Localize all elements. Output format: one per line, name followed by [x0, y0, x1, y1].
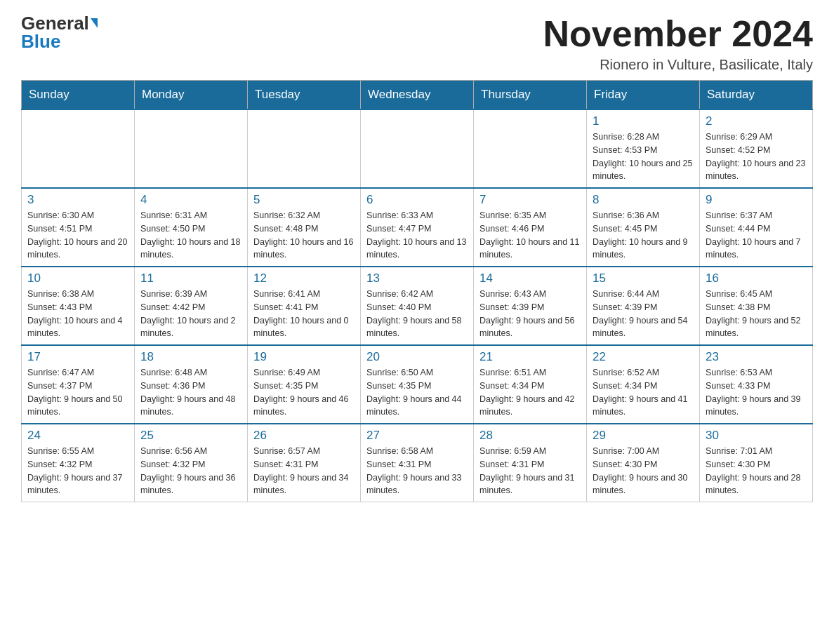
- day-number: 17: [27, 350, 128, 364]
- calendar-cell: 30Sunrise: 7:01 AM Sunset: 4:30 PM Dayli…: [700, 424, 813, 502]
- day-number: 28: [479, 429, 581, 443]
- day-info: Sunrise: 6:36 AM Sunset: 4:45 PM Dayligh…: [593, 209, 694, 262]
- calendar-cell: 6Sunrise: 6:33 AM Sunset: 4:47 PM Daylig…: [361, 188, 474, 267]
- day-number: 20: [366, 350, 468, 364]
- logo-triangle-icon: [91, 18, 98, 28]
- day-number: 14: [479, 271, 581, 286]
- day-number: 24: [27, 429, 128, 443]
- calendar-cell: 11Sunrise: 6:39 AM Sunset: 4:42 PM Dayli…: [135, 267, 248, 345]
- day-info: Sunrise: 6:59 AM Sunset: 4:31 PM Dayligh…: [479, 445, 581, 497]
- day-of-week-header: Saturday: [700, 81, 813, 110]
- calendar-cell: 19Sunrise: 6:49 AM Sunset: 4:35 PM Dayli…: [248, 345, 361, 424]
- calendar-cell: 22Sunrise: 6:52 AM Sunset: 4:34 PM Dayli…: [587, 345, 700, 424]
- day-info: Sunrise: 7:00 AM Sunset: 4:30 PM Dayligh…: [593, 445, 694, 497]
- calendar-cell: 21Sunrise: 6:51 AM Sunset: 4:34 PM Dayli…: [474, 345, 587, 424]
- day-number: 30: [706, 429, 807, 443]
- day-number: 11: [140, 271, 241, 286]
- day-of-week-header: Sunday: [22, 81, 135, 110]
- logo: General Blue: [21, 14, 98, 51]
- calendar-cell: [474, 109, 587, 188]
- month-title: November 2024: [543, 14, 813, 54]
- day-number: 18: [140, 350, 241, 364]
- day-info: Sunrise: 6:57 AM Sunset: 4:31 PM Dayligh…: [253, 445, 355, 497]
- day-info: Sunrise: 6:39 AM Sunset: 4:42 PM Dayligh…: [140, 288, 241, 340]
- day-info: Sunrise: 6:52 AM Sunset: 4:34 PM Dayligh…: [593, 366, 694, 419]
- calendar-cell: 5Sunrise: 6:32 AM Sunset: 4:48 PM Daylig…: [248, 188, 361, 267]
- calendar-cell: 26Sunrise: 6:57 AM Sunset: 4:31 PM Dayli…: [248, 424, 361, 502]
- day-info: Sunrise: 6:31 AM Sunset: 4:50 PM Dayligh…: [140, 209, 241, 262]
- calendar-cell: 29Sunrise: 7:00 AM Sunset: 4:30 PM Dayli…: [587, 424, 700, 502]
- calendar-week-row: 24Sunrise: 6:55 AM Sunset: 4:32 PM Dayli…: [22, 424, 813, 502]
- day-of-week-header: Tuesday: [248, 81, 361, 110]
- day-info: Sunrise: 6:35 AM Sunset: 4:46 PM Dayligh…: [479, 209, 581, 262]
- calendar-cell: 27Sunrise: 6:58 AM Sunset: 4:31 PM Dayli…: [361, 424, 474, 502]
- calendar-cell: 3Sunrise: 6:30 AM Sunset: 4:51 PM Daylig…: [22, 188, 135, 267]
- day-number: 27: [366, 429, 468, 443]
- day-info: Sunrise: 6:32 AM Sunset: 4:48 PM Dayligh…: [253, 209, 355, 262]
- day-number: 16: [706, 271, 807, 286]
- calendar-cell: 12Sunrise: 6:41 AM Sunset: 4:41 PM Dayli…: [248, 267, 361, 345]
- day-of-week-header: Friday: [587, 81, 700, 110]
- calendar-cell: 18Sunrise: 6:48 AM Sunset: 4:36 PM Dayli…: [135, 345, 248, 424]
- calendar-cell: 10Sunrise: 6:38 AM Sunset: 4:43 PM Dayli…: [22, 267, 135, 345]
- calendar-header-row: SundayMondayTuesdayWednesdayThursdayFrid…: [22, 81, 813, 110]
- day-number: 29: [593, 429, 694, 443]
- calendar-cell: 24Sunrise: 6:55 AM Sunset: 4:32 PM Dayli…: [22, 424, 135, 502]
- day-number: 21: [479, 350, 581, 364]
- day-info: Sunrise: 6:44 AM Sunset: 4:39 PM Dayligh…: [593, 288, 694, 340]
- day-info: Sunrise: 6:41 AM Sunset: 4:41 PM Dayligh…: [253, 288, 355, 340]
- day-of-week-header: Wednesday: [361, 81, 474, 110]
- logo-blue-text: Blue: [21, 32, 60, 51]
- day-info: Sunrise: 6:56 AM Sunset: 4:32 PM Dayligh…: [140, 445, 241, 497]
- day-info: Sunrise: 6:33 AM Sunset: 4:47 PM Dayligh…: [366, 209, 468, 262]
- day-info: Sunrise: 6:30 AM Sunset: 4:51 PM Dayligh…: [27, 209, 128, 262]
- calendar-cell: 9Sunrise: 6:37 AM Sunset: 4:44 PM Daylig…: [700, 188, 813, 267]
- day-of-week-header: Thursday: [474, 81, 587, 110]
- day-info: Sunrise: 6:51 AM Sunset: 4:34 PM Dayligh…: [479, 366, 581, 419]
- day-number: 5: [253, 193, 355, 207]
- title-block: November 2024 Rionero in Vulture, Basili…: [543, 14, 813, 73]
- day-info: Sunrise: 6:58 AM Sunset: 4:31 PM Dayligh…: [366, 445, 468, 497]
- calendar-cell: 23Sunrise: 6:53 AM Sunset: 4:33 PM Dayli…: [700, 345, 813, 424]
- logo-general-text: General: [21, 14, 89, 32]
- calendar-cell: [361, 109, 474, 188]
- day-number: 25: [140, 429, 241, 443]
- calendar-cell: 14Sunrise: 6:43 AM Sunset: 4:39 PM Dayli…: [474, 267, 587, 345]
- calendar-cell: 15Sunrise: 6:44 AM Sunset: 4:39 PM Dayli…: [587, 267, 700, 345]
- calendar-cell: 28Sunrise: 6:59 AM Sunset: 4:31 PM Dayli…: [474, 424, 587, 502]
- calendar-table: SundayMondayTuesdayWednesdayThursdayFrid…: [21, 80, 813, 502]
- day-info: Sunrise: 6:28 AM Sunset: 4:53 PM Dayligh…: [593, 130, 694, 183]
- calendar-cell: [248, 109, 361, 188]
- day-number: 4: [140, 193, 241, 207]
- calendar-cell: 4Sunrise: 6:31 AM Sunset: 4:50 PM Daylig…: [135, 188, 248, 267]
- day-info: Sunrise: 6:42 AM Sunset: 4:40 PM Dayligh…: [366, 288, 468, 340]
- day-info: Sunrise: 6:53 AM Sunset: 4:33 PM Dayligh…: [706, 366, 807, 419]
- day-info: Sunrise: 6:55 AM Sunset: 4:32 PM Dayligh…: [27, 445, 128, 497]
- calendar-week-row: 17Sunrise: 6:47 AM Sunset: 4:37 PM Dayli…: [22, 345, 813, 424]
- calendar-week-row: 3Sunrise: 6:30 AM Sunset: 4:51 PM Daylig…: [22, 188, 813, 267]
- day-number: 12: [253, 271, 355, 286]
- day-of-week-header: Monday: [135, 81, 248, 110]
- day-info: Sunrise: 6:50 AM Sunset: 4:35 PM Dayligh…: [366, 366, 468, 419]
- day-info: Sunrise: 6:48 AM Sunset: 4:36 PM Dayligh…: [140, 366, 241, 419]
- calendar-week-row: 1Sunrise: 6:28 AM Sunset: 4:53 PM Daylig…: [22, 109, 813, 188]
- calendar-cell: 25Sunrise: 6:56 AM Sunset: 4:32 PM Dayli…: [135, 424, 248, 502]
- day-number: 19: [253, 350, 355, 364]
- day-info: Sunrise: 6:45 AM Sunset: 4:38 PM Dayligh…: [706, 288, 807, 340]
- calendar-cell: 13Sunrise: 6:42 AM Sunset: 4:40 PM Dayli…: [361, 267, 474, 345]
- day-number: 10: [27, 271, 128, 286]
- day-number: 2: [706, 114, 807, 128]
- day-number: 9: [706, 193, 807, 207]
- day-info: Sunrise: 6:49 AM Sunset: 4:35 PM Dayligh…: [253, 366, 355, 419]
- day-info: Sunrise: 6:43 AM Sunset: 4:39 PM Dayligh…: [479, 288, 581, 340]
- calendar-week-row: 10Sunrise: 6:38 AM Sunset: 4:43 PM Dayli…: [22, 267, 813, 345]
- calendar-cell: [135, 109, 248, 188]
- day-number: 8: [593, 193, 694, 207]
- calendar-cell: 8Sunrise: 6:36 AM Sunset: 4:45 PM Daylig…: [587, 188, 700, 267]
- calendar-cell: 20Sunrise: 6:50 AM Sunset: 4:35 PM Dayli…: [361, 345, 474, 424]
- calendar-cell: 2Sunrise: 6:29 AM Sunset: 4:52 PM Daylig…: [700, 109, 813, 188]
- calendar-cell: 1Sunrise: 6:28 AM Sunset: 4:53 PM Daylig…: [587, 109, 700, 188]
- day-number: 3: [27, 193, 128, 207]
- day-number: 26: [253, 429, 355, 443]
- day-number: 1: [593, 114, 694, 128]
